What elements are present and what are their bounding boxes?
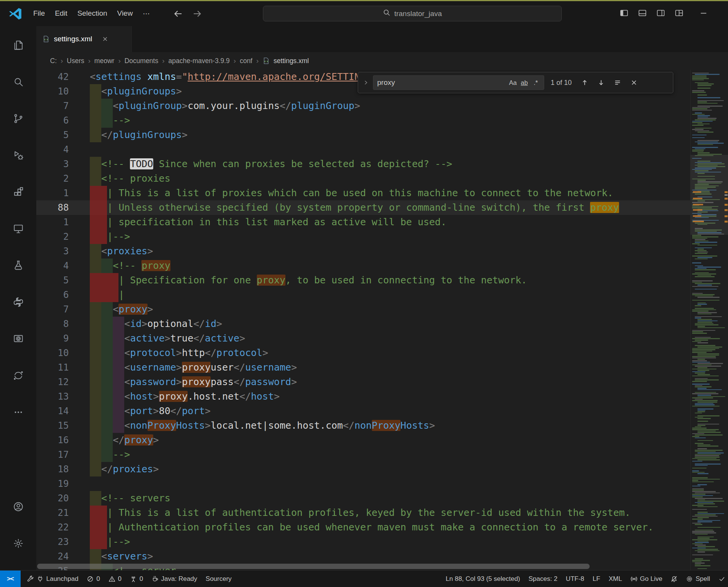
- line-number[interactable]: 12: [36, 375, 90, 389]
- notifications-off[interactable]: [666, 571, 682, 587]
- code-line[interactable]: 6 -->: [36, 113, 690, 128]
- code-line[interactable]: 22 | Authentication profiles can be used…: [36, 520, 690, 535]
- line-number[interactable]: 6: [36, 113, 90, 128]
- code-line[interactable]: 8 <id>optional</id>: [36, 317, 690, 331]
- prettier[interactable]: Pr: [714, 571, 728, 587]
- indentation[interactable]: Spaces: 2: [524, 571, 562, 587]
- command-center-search[interactable]: translator_java: [263, 6, 562, 21]
- launchpad-item[interactable]: Launchpad: [23, 571, 83, 587]
- line-number[interactable]: 1: [36, 186, 90, 200]
- minimize-icon[interactable]: [699, 8, 708, 19]
- code-line[interactable]: 6 |: [36, 288, 690, 302]
- toggle-panel-bottom-icon[interactable]: [638, 8, 647, 19]
- activitybar-extensions-icon[interactable]: [0, 182, 36, 202]
- line-number[interactable]: 23: [36, 535, 90, 549]
- line-number[interactable]: 7: [36, 302, 90, 317]
- code-line[interactable]: 17 -->: [36, 447, 690, 462]
- line-number[interactable]: 11: [36, 360, 90, 375]
- line-number[interactable]: 4: [36, 259, 90, 273]
- spell-checker[interactable]: Spell: [682, 571, 714, 587]
- code-line[interactable]: 2 |-->: [36, 229, 690, 244]
- breadcrumb-item[interactable]: settings.xml: [274, 57, 309, 65]
- line-number[interactable]: 1: [36, 215, 90, 229]
- menu-more[interactable]: ⋯: [138, 7, 155, 20]
- code-line[interactable]: 11 <username>proxyuser</username>: [36, 360, 690, 375]
- line-number[interactable]: 88: [36, 200, 90, 215]
- line-number[interactable]: 3: [36, 244, 90, 259]
- line-number[interactable]: 14: [36, 404, 90, 418]
- line-number[interactable]: 6: [36, 288, 90, 302]
- breadcrumb-item[interactable]: conf: [240, 57, 252, 65]
- minimap[interactable]: [690, 70, 728, 570]
- activitybar-run-debug-icon[interactable]: [0, 145, 36, 165]
- line-number[interactable]: 42: [36, 70, 90, 84]
- code-line[interactable]: 12 <password>proxypass</password>: [36, 375, 690, 389]
- code-line[interactable]: 2 <!-- proxies: [36, 171, 690, 186]
- language-mode[interactable]: XML: [605, 571, 626, 587]
- close-find-button[interactable]: [627, 76, 640, 89]
- forward-arrow-icon[interactable]: [192, 9, 202, 19]
- activitybar-tools-icon[interactable]: [0, 329, 36, 349]
- find-input[interactable]: Aa ab .*: [373, 75, 544, 90]
- customize-layout-icon[interactable]: [674, 8, 684, 19]
- code-line[interactable]: 18 </proxies>: [36, 462, 690, 476]
- whole-word-button[interactable]: ab: [519, 77, 530, 88]
- code-line[interactable]: 1 | specification in this list marked as…: [36, 215, 690, 229]
- activitybar-accounts-icon[interactable]: [0, 497, 36, 517]
- find-in-selection-button[interactable]: [611, 76, 624, 89]
- match-case-button[interactable]: Aa: [507, 77, 519, 88]
- regex-button[interactable]: .*: [530, 77, 542, 88]
- sourcery-status[interactable]: Sourcery: [201, 571, 236, 587]
- errors-indicator[interactable]: 0: [83, 571, 104, 587]
- line-number[interactable]: 24: [36, 549, 90, 564]
- horizontal-scrollbar-thumb[interactable]: [37, 564, 590, 569]
- line-number[interactable]: 22: [36, 520, 90, 535]
- toggle-sidebar-right-icon[interactable]: [656, 8, 665, 19]
- code-line[interactable]: 4: [36, 142, 690, 157]
- code-line[interactable]: 3 <proxies>: [36, 244, 690, 259]
- breadcrumb-item[interactable]: apache-maven-3.9.9: [169, 57, 230, 65]
- line-number[interactable]: 8: [36, 317, 90, 331]
- code-line[interactable]: 9 <active>true</active>: [36, 331, 690, 346]
- line-number[interactable]: 7: [36, 99, 90, 113]
- breadcrumb-item[interactable]: C:: [50, 57, 57, 65]
- line-number[interactable]: 5: [36, 128, 90, 142]
- line-number[interactable]: 3: [36, 157, 90, 171]
- code-line[interactable]: 16 </proxy>: [36, 433, 690, 447]
- line-number[interactable]: 21: [36, 506, 90, 520]
- activitybar-more-views-icon[interactable]: [0, 402, 36, 422]
- code-line[interactable]: 21 | This is a list of authentication pr…: [36, 506, 690, 520]
- code-line[interactable]: 15 <nonProxyHosts>local.net|some.host.co…: [36, 418, 690, 433]
- activitybar-search-icon[interactable]: [0, 72, 36, 92]
- menu-selection[interactable]: Selection: [72, 7, 112, 20]
- code-line[interactable]: 7 <pluginGroup>com.your.plugins</pluginG…: [36, 99, 690, 113]
- line-number[interactable]: 10: [36, 84, 90, 99]
- line-number[interactable]: 4: [36, 142, 90, 157]
- cursor-position[interactable]: Ln 88, Col 93 (5 selected): [441, 571, 524, 587]
- activitybar-remote-explorer-icon[interactable]: [0, 219, 36, 239]
- activitybar-jupyter-icon[interactable]: [0, 366, 36, 385]
- activitybar-source-control-icon[interactable]: [0, 109, 36, 128]
- line-number[interactable]: 16: [36, 433, 90, 447]
- code-line[interactable]: 14 <port>80</port>: [36, 404, 690, 418]
- line-number[interactable]: 19: [36, 476, 90, 491]
- line-number[interactable]: 20: [36, 491, 90, 506]
- back-arrow-icon[interactable]: [173, 9, 183, 19]
- line-number[interactable]: 17: [36, 447, 90, 462]
- ports-indicator[interactable]: 0: [126, 571, 147, 587]
- activitybar-python-icon[interactable]: [0, 292, 36, 312]
- encoding[interactable]: UTF-8: [562, 571, 589, 587]
- code-line[interactable]: 24 <servers>: [36, 549, 690, 564]
- code-line[interactable]: 7 <proxy>: [36, 302, 690, 317]
- menu-file[interactable]: File: [28, 7, 50, 20]
- go-live[interactable]: Go Live: [626, 571, 667, 587]
- activitybar-explorer-icon[interactable]: [0, 35, 36, 55]
- activitybar-testing-icon[interactable]: [0, 255, 36, 275]
- line-number[interactable]: 15: [36, 418, 90, 433]
- code-line[interactable]: 5 </pluginGroups>: [36, 128, 690, 142]
- line-number[interactable]: 2: [36, 171, 90, 186]
- tab-close-icon[interactable]: [102, 36, 109, 42]
- remote-indicator[interactable]: ><: [0, 571, 21, 587]
- next-match-button[interactable]: [595, 76, 608, 89]
- line-number[interactable]: 5: [36, 273, 90, 288]
